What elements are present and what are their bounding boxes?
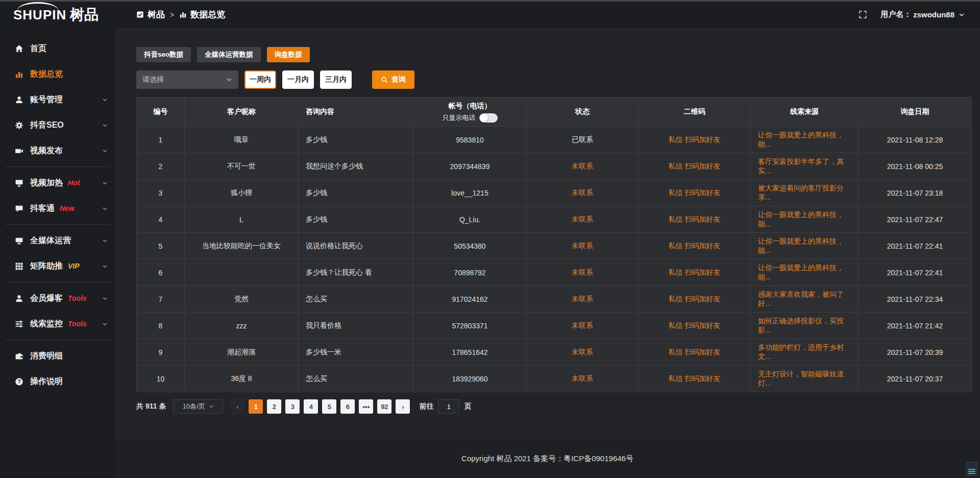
cell-content: 多少钱一米 bbox=[298, 339, 413, 365]
cell-nickname bbox=[184, 259, 298, 285]
range-button-month[interactable]: 一月内 bbox=[282, 70, 314, 89]
page-button-6[interactable]: 6 bbox=[340, 399, 355, 414]
cell-content: 多少钱 bbox=[298, 127, 413, 153]
cell-id: 1 bbox=[137, 127, 184, 153]
floating-widget[interactable] bbox=[966, 462, 977, 476]
tab-inquiry-data[interactable]: 询盘数据 bbox=[267, 47, 310, 62]
account-select[interactable]: 请选择 bbox=[136, 70, 238, 89]
lead-source-link[interactable]: 感谢大家喜欢我家，被问了好... bbox=[750, 286, 858, 312]
fullscreen-icon[interactable] bbox=[859, 10, 867, 19]
page-button-3[interactable]: 3 bbox=[285, 399, 300, 414]
sidebar-item-label: 消费明细 bbox=[30, 351, 63, 362]
tab-douyin-seo-data[interactable]: 抖音seo数据 bbox=[136, 47, 191, 62]
sidebar-item-media-operation[interactable]: 全媒体运营 bbox=[0, 228, 115, 253]
lead-source-link[interactable]: 客厅安装投影半年多了，真实... bbox=[750, 153, 858, 179]
lead-source-link[interactable]: 让你一眼就爱上的黑科技，能... bbox=[750, 206, 858, 232]
qr-add-friend-link[interactable]: 私信 扫码加好友 bbox=[638, 286, 750, 312]
page-button-1[interactable]: 1 bbox=[249, 399, 263, 414]
tools-badge: Tools bbox=[68, 320, 87, 328]
search-button[interactable]: 查询 bbox=[372, 70, 414, 89]
goto-page-input[interactable] bbox=[438, 399, 459, 414]
page-button-4[interactable]: 4 bbox=[304, 399, 318, 414]
lead-source-link[interactable]: 让你一眼就爱上的黑科技，能... bbox=[750, 127, 858, 153]
cell-nickname: 狐小狸 bbox=[184, 180, 298, 206]
cell-account: Q_Liu. bbox=[413, 206, 526, 232]
chevron-down-icon bbox=[102, 264, 108, 269]
table-row: 3 狐小狸 多少钱 love__1215 未联系 私信 扫码加好友 被大家追着问… bbox=[137, 179, 971, 206]
cell-date: 2021-11-07 20:39 bbox=[858, 339, 971, 365]
cell-date: 2021-11-07 22:34 bbox=[858, 286, 971, 312]
sidebar-item-video-publish[interactable]: 视频发布 bbox=[0, 138, 115, 163]
qr-add-friend-link[interactable]: 私信 扫码加好友 bbox=[638, 366, 750, 392]
cell-date: 2021-11-07 22:41 bbox=[858, 233, 971, 259]
qr-add-friend-link[interactable]: 私信 扫码加好友 bbox=[638, 233, 750, 259]
range-button-quarter[interactable]: 三月内 bbox=[320, 70, 352, 89]
header-nickname: 客户昵称 bbox=[184, 98, 298, 126]
lead-source-link[interactable]: 如何正确选择投影仪，买投影... bbox=[750, 313, 858, 339]
page-button-92[interactable]: 92 bbox=[377, 399, 391, 414]
breadcrumb-home[interactable]: 树品 bbox=[136, 9, 165, 20]
breadcrumb-current[interactable]: 数据总览 bbox=[179, 9, 225, 20]
sidebar-item-member-burst[interactable]: 会员爆客 Tools bbox=[0, 285, 115, 311]
sidebar-item-label: 矩阵助推 bbox=[30, 261, 63, 272]
sidebar-item-doukertong[interactable]: 抖客通 New bbox=[0, 196, 115, 221]
page-button-5[interactable]: 5 bbox=[322, 399, 336, 414]
header-date: 询盘日期 bbox=[858, 98, 971, 126]
phone-only-toggle[interactable] bbox=[479, 113, 498, 123]
user-menu[interactable]: 用户名： zswodun88 bbox=[880, 10, 965, 19]
video-camera-icon bbox=[14, 146, 23, 155]
range-button-week[interactable]: 一周内 bbox=[244, 70, 276, 89]
menu-divider bbox=[5, 282, 110, 282]
chat-icon bbox=[14, 204, 23, 213]
sidebar-item-data-overview[interactable]: 数据总览 bbox=[0, 61, 115, 87]
status-badge: 未联系 bbox=[526, 259, 638, 285]
sidebar-item-account[interactable]: 账号管理 bbox=[0, 87, 115, 112]
page-button-2[interactable]: 2 bbox=[267, 399, 281, 414]
sidebar-item-matrix-boost[interactable]: 矩阵助推 VIP bbox=[0, 253, 115, 279]
sidebar-item-lead-monitor[interactable]: 线索监控 Tools bbox=[0, 311, 115, 337]
sidebar-item-label: 首页 bbox=[30, 43, 46, 54]
screen-icon bbox=[14, 178, 23, 187]
chevron-down-icon bbox=[102, 97, 108, 103]
tab-media-operation-data[interactable]: 全媒体运营数据 bbox=[197, 47, 261, 62]
qr-add-friend-link[interactable]: 私信 扫码加好友 bbox=[638, 127, 750, 153]
chevron-down-icon bbox=[209, 404, 214, 409]
sidebar-item-consumption[interactable]: 消费明细 bbox=[0, 343, 115, 369]
qr-add-friend-link[interactable]: 私信 扫码加好友 bbox=[638, 259, 750, 285]
monitor-icon bbox=[14, 236, 23, 245]
qr-add-friend-link[interactable]: 私信 扫码加好友 bbox=[638, 313, 750, 339]
prev-page-button[interactable]: ‹ bbox=[230, 399, 244, 414]
sidebar-item-label: 抖音SEO bbox=[30, 120, 64, 131]
page-ellipsis-button[interactable]: ••• bbox=[359, 399, 373, 414]
sidebar-item-instructions[interactable]: ? 操作说明 bbox=[0, 369, 115, 394]
sidebar-item-douyin-seo[interactable]: 抖音SEO bbox=[0, 112, 115, 138]
goto-suffix: 页 bbox=[464, 402, 471, 411]
select-placeholder: 请选择 bbox=[142, 75, 164, 84]
qr-add-friend-link[interactable]: 私信 扫码加好友 bbox=[638, 180, 750, 206]
next-page-button[interactable]: › bbox=[396, 399, 410, 414]
logo: SHUPIN 树品 bbox=[0, 0, 115, 30]
chevron-down-icon bbox=[102, 123, 108, 128]
wallet-icon bbox=[14, 351, 23, 361]
phone-toggle-label: 只显示电话 bbox=[443, 113, 476, 123]
cell-content: 多少钱？让我死心 看 bbox=[298, 259, 413, 285]
qr-add-friend-link[interactable]: 私信 扫码加好友 bbox=[638, 206, 750, 232]
cell-content: 说说价格让我死心 bbox=[298, 233, 413, 259]
sidebar-item-home[interactable]: 首页 bbox=[0, 36, 115, 61]
sidebar-item-video-heat[interactable]: 视频加热 Hot bbox=[0, 170, 115, 196]
table-row: 10 36度 8 怎么买 183929060 未联系 私信 扫码加好友 无主灯设… bbox=[137, 365, 971, 392]
lead-source-link[interactable]: 让你一眼就爱上的黑科技，能... bbox=[750, 233, 858, 259]
lead-source-link[interactable]: 让你一眼就爱上的黑科技，能... bbox=[750, 259, 858, 285]
qr-add-friend-link[interactable]: 私信 扫码加好友 bbox=[638, 339, 750, 365]
lead-source-link[interactable]: 被大家追着问的客厅投影分享... bbox=[750, 180, 858, 206]
cell-id: 9 bbox=[137, 339, 184, 365]
lead-source-link[interactable]: 无主灯设计，智能磁吸轨道灯... bbox=[750, 366, 858, 392]
member-icon bbox=[14, 294, 23, 303]
breadcrumb: 树品 > 数据总览 bbox=[136, 9, 225, 20]
qr-add-friend-link[interactable]: 私信 扫码加好友 bbox=[638, 153, 750, 179]
cell-date: 2021-11-08 00:25 bbox=[858, 153, 971, 179]
page-size-select[interactable]: 10条/页 bbox=[173, 399, 223, 414]
lead-source-link[interactable]: 多功能护栏灯，适用于乡村文... bbox=[750, 339, 858, 365]
cell-nickname: 不可一世 bbox=[184, 153, 298, 179]
chevron-down-icon bbox=[102, 148, 108, 154]
